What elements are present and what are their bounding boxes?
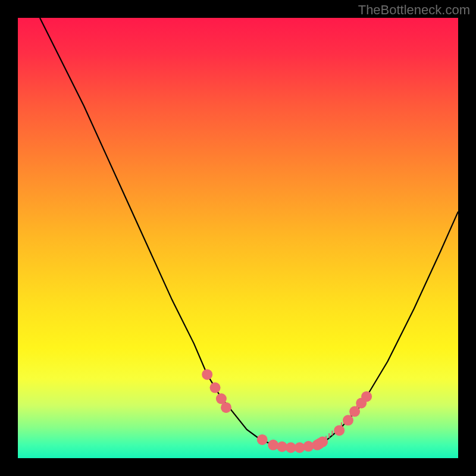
- bottleneck-curve: [40, 18, 458, 447]
- data-marker: [210, 383, 221, 393]
- data-marker: [202, 369, 212, 380]
- plot-area: [18, 18, 458, 458]
- data-marker: [221, 402, 231, 413]
- data-marker: [257, 434, 268, 445]
- data-marker: [334, 425, 345, 436]
- markers-group: [202, 369, 372, 453]
- chart-overlay: [18, 18, 458, 458]
- data-marker: [268, 440, 278, 450]
- chart-container: TheBottleneck.com: [0, 0, 476, 476]
- watermark-text: TheBottleneck.com: [358, 2, 470, 18]
- data-marker: [317, 437, 328, 447]
- data-marker: [361, 391, 372, 402]
- data-marker: [343, 415, 353, 425]
- data-marker: [349, 406, 360, 417]
